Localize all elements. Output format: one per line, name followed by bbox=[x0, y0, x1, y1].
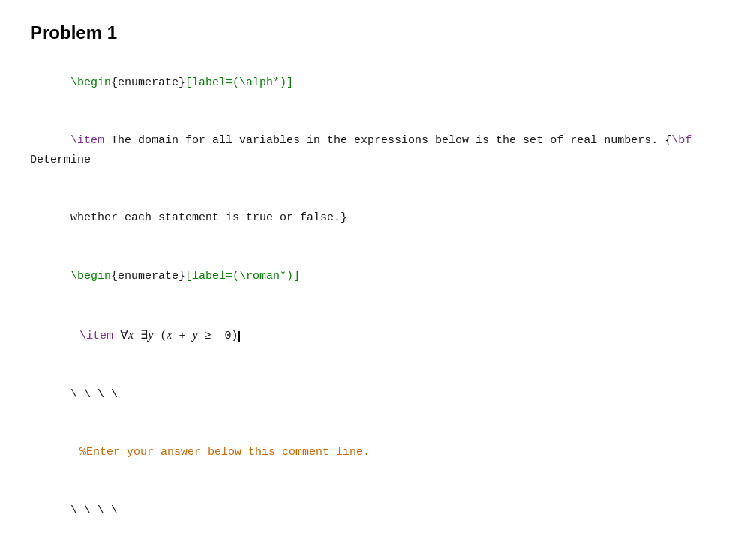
line-item-domain-2: whether each statement is true or false.… bbox=[30, 190, 726, 247]
label-option-2: [label=(\roman*)] bbox=[185, 270, 300, 282]
bf-keyword-1: \bf bbox=[671, 134, 692, 147]
line-comment-1: %Enter your answer below this comment li… bbox=[39, 424, 726, 482]
backslash-text-2: \ \ \ \ bbox=[70, 504, 118, 517]
item-keyword-2: \item bbox=[80, 330, 113, 342]
math-expr-1: ∀x ∃y (x + y ≥ 0) bbox=[113, 330, 238, 342]
line-item-domain: \item The domain for all variables in th… bbox=[30, 112, 726, 189]
line-backslash-2: \ \ \ \ bbox=[30, 482, 726, 540]
backslash-text-1: \ \ \ \ bbox=[70, 388, 118, 401]
line-backslash-1: \ \ \ \ bbox=[30, 366, 726, 423]
line-begin-enum-1: \begin{enumerate}[label=(\alph*)] bbox=[30, 54, 726, 112]
line-item-math-1: \item ∀x ∃y (x + y ≥ 0) bbox=[39, 306, 726, 366]
begin-keyword: \begin bbox=[70, 76, 111, 89]
line-begin-enum-2: \begin{enumerate}[label=(\roman*)] bbox=[30, 247, 726, 305]
comment-text-1: %Enter your answer below this comment li… bbox=[80, 446, 370, 459]
content-area: \begin{enumerate}[label=(\alph*)] \item … bbox=[30, 54, 726, 556]
enumerate-env: {enumerate} bbox=[111, 76, 185, 89]
page-container: Problem 1 \begin{enumerate}[label=(\alph… bbox=[30, 22, 726, 556]
cursor-1 bbox=[238, 331, 240, 342]
label-option-1: [label=(\alph*)] bbox=[185, 76, 293, 89]
line-item-math-2: \item ∃x ∀y (x · y > 0) bbox=[39, 540, 726, 557]
enumerate-env-2: {enumerate} bbox=[111, 270, 185, 282]
begin-keyword-2: \begin bbox=[70, 270, 111, 282]
domain-text-1: The domain for all variables in the expr… bbox=[104, 134, 671, 147]
item-keyword-1: \item bbox=[70, 134, 104, 147]
problem-title: Problem 1 bbox=[30, 22, 726, 43]
whether-text: whether each statement is true or false.… bbox=[70, 211, 347, 224]
